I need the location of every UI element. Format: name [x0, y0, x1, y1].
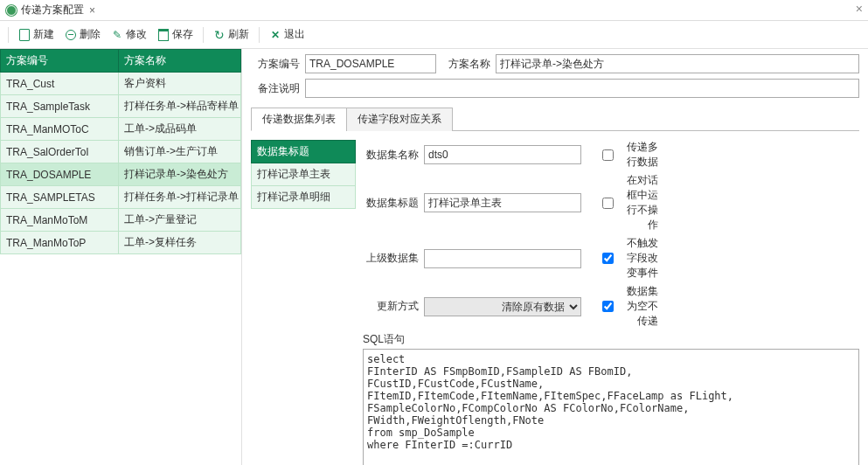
chk-dialog[interactable]: 在对话框中运行不操作	[602, 173, 658, 232]
tab-close-icon[interactable]: ×	[89, 4, 95, 17]
dataset-list-header: 数据集标题	[251, 140, 356, 163]
chk-multi[interactable]: 传递多行数据	[602, 140, 658, 170]
save-button[interactable]: 保存	[154, 25, 197, 44]
edit-label: 修改	[126, 27, 147, 42]
cell-name: 打样记录单->染色处方	[119, 163, 241, 186]
chk-trigger-box[interactable]	[602, 253, 614, 264]
code-input[interactable]	[305, 54, 436, 73]
chk-empty-label: 数据集为空不传递	[617, 284, 658, 329]
cell-code: TRA_SAMPLETAS	[1, 186, 119, 209]
cell-name: 工单->成品码单	[119, 118, 241, 141]
cell-code: TRA_DOSAMPLE	[1, 163, 119, 186]
chk-multi-label: 传递多行数据	[617, 140, 658, 170]
new-label: 新建	[33, 27, 54, 42]
new-icon	[18, 29, 31, 41]
cell-code: TRA_SampleTask	[1, 95, 119, 118]
chk-empty[interactable]: 数据集为空不传递	[602, 284, 658, 329]
titlebar: 传递方案配置 × ×	[0, 0, 868, 21]
table-row[interactable]: TRA_ManMoToM工单->产量登记	[1, 209, 241, 232]
ds-name-input[interactable]	[424, 145, 581, 164]
ds-name-label: 数据集名称	[363, 148, 419, 163]
detail-panel: 方案编号 方案名称 备注说明 传递数据集列表 传递字段对应关系 数据集标题 打样…	[242, 49, 868, 465]
refresh-label: 刷新	[228, 27, 249, 42]
delete-button[interactable]: 删除	[61, 25, 104, 44]
sql-label: SQL语句	[363, 332, 859, 347]
chk-trigger[interactable]: 不触发字段改变事件	[602, 236, 658, 281]
name-label: 方案名称	[441, 57, 490, 72]
cell-name: 工单->产量登记	[119, 209, 241, 232]
edit-button[interactable]: 修改	[108, 25, 150, 44]
delete-icon	[66, 30, 76, 40]
app-icon	[5, 4, 17, 17]
ds-update-select[interactable]: 清除原有数据	[424, 297, 581, 316]
toolbar: 新建 删除 修改 保存 刷新 退出	[0, 21, 868, 49]
delete-label: 删除	[80, 27, 101, 42]
cell-name: 工单->复样任务	[119, 232, 241, 254]
save-label: 保存	[172, 27, 193, 42]
col-scheme-code[interactable]: 方案编号	[1, 50, 119, 73]
ds-title-input[interactable]	[424, 193, 581, 212]
tab-field-mapping[interactable]: 传递字段对应关系	[346, 108, 453, 131]
remark-label: 备注说明	[251, 81, 300, 96]
cell-name: 销售订单->生产订单	[119, 141, 241, 163]
sql-textarea[interactable]	[363, 349, 859, 465]
chk-empty-box[interactable]	[602, 301, 614, 312]
separator	[203, 27, 204, 43]
window-close-icon[interactable]: ×	[856, 2, 863, 16]
cell-name: 客户资料	[119, 73, 241, 95]
col-scheme-name[interactable]: 方案名称	[119, 50, 241, 73]
cell-code: TRA_Cust	[1, 73, 119, 95]
tab-dataset-list[interactable]: 传递数据集列表	[251, 108, 347, 131]
edit-icon	[111, 29, 123, 41]
table-row[interactable]: TRA_SAMPLETAS打样任务单->打样记录单	[1, 186, 241, 209]
exit-label: 退出	[284, 27, 305, 42]
tab-title: 传递方案配置	[21, 3, 84, 17]
save-icon	[157, 29, 170, 41]
ds-title-label: 数据集标题	[363, 196, 419, 211]
chk-trigger-label: 不触发字段改变事件	[617, 236, 658, 281]
new-button[interactable]: 新建	[15, 25, 58, 44]
cell-code: TRA_ManMOToC	[1, 118, 119, 141]
table-row[interactable]: TRA_ManMoToP工单->复样任务	[1, 232, 241, 254]
scheme-grid[interactable]: 方案编号 方案名称 TRA_Cust客户资料TRA_SampleTask打样任务…	[0, 49, 242, 465]
tab-body: 数据集标题 打样记录单主表打样记录单明细 数据集名称 传递多行数据 数据集标题 …	[251, 140, 859, 465]
table-row[interactable]: TRA_Cust客户资料	[1, 73, 241, 95]
table-row[interactable]: TRA_SalOrderToI销售订单->生产订单	[1, 141, 241, 163]
chk-multi-box[interactable]	[602, 149, 614, 161]
separator	[8, 27, 9, 43]
chk-dialog-box[interactable]	[602, 198, 614, 209]
table-row[interactable]: TRA_SampleTask打样任务单->样品寄样单	[1, 95, 241, 118]
cell-name: 打样任务单->打样记录单	[119, 186, 241, 209]
dataset-list: 数据集标题 打样记录单主表打样记录单明细	[251, 140, 356, 465]
cell-code: TRA_ManMoToM	[1, 209, 119, 232]
cell-code: TRA_ManMoToP	[1, 232, 119, 254]
table-row[interactable]: TRA_ManMOToC工单->成品码单	[1, 118, 241, 141]
dataset-detail: 数据集名称 传递多行数据 数据集标题 在对话框中运行不操作 上级数据集 不触发字…	[356, 140, 859, 465]
refresh-icon	[213, 29, 226, 41]
table-row[interactable]: TRA_DOSAMPLE打样记录单->染色处方	[1, 163, 241, 186]
code-label: 方案编号	[251, 57, 300, 72]
separator	[259, 27, 260, 43]
refresh-button[interactable]: 刷新	[210, 25, 253, 44]
exit-icon	[269, 29, 281, 41]
ds-update-label: 更新方式	[363, 299, 419, 314]
dataset-item[interactable]: 打样记录单主表	[251, 163, 356, 186]
exit-button[interactable]: 退出	[266, 25, 309, 44]
name-input[interactable]	[496, 54, 859, 73]
ds-parent-input[interactable]	[424, 249, 581, 268]
cell-name: 打样任务单->样品寄样单	[119, 95, 241, 118]
main-area: 方案编号 方案名称 TRA_Cust客户资料TRA_SampleTask打样任务…	[0, 49, 868, 465]
dataset-item[interactable]: 打样记录单明细	[251, 186, 356, 209]
ds-parent-label: 上级数据集	[363, 251, 419, 266]
chk-dialog-label: 在对话框中运行不操作	[617, 173, 658, 232]
cell-code: TRA_SalOrderToI	[1, 141, 119, 163]
remark-input[interactable]	[305, 79, 859, 98]
tabs: 传递数据集列表 传递字段对应关系	[251, 107, 859, 131]
